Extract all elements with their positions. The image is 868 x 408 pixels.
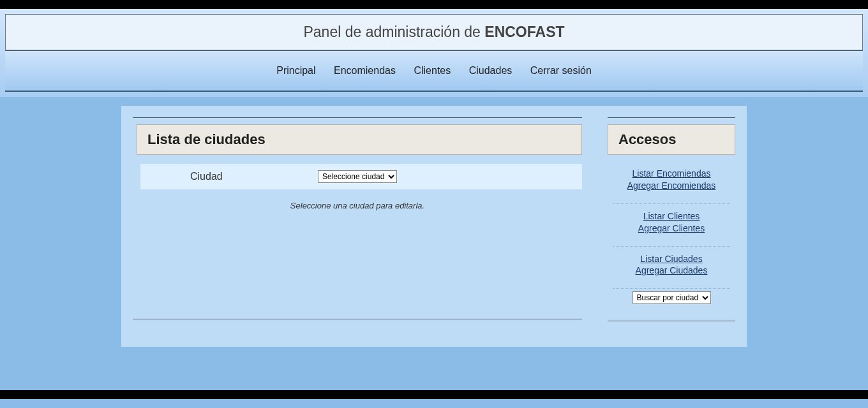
main-panel: Lista de ciudades Ciudad Seleccione ciud… [133, 113, 582, 328]
city-label: Ciudad [152, 171, 318, 182]
main-nav: Principal Encomiendas Clientes Ciudades … [5, 51, 863, 92]
title-box: Panel de administración de ENCOFAST [5, 14, 863, 50]
top-black-bar [0, 0, 868, 9]
content-container: Lista de ciudades Ciudad Seleccione ciud… [121, 106, 747, 347]
nav-encomiendas[interactable]: Encomiendas [334, 65, 396, 76]
nav-ciudades[interactable]: Ciudades [469, 65, 513, 76]
link-agregar-clientes[interactable]: Agregar Clientes [608, 222, 735, 235]
side-bottom-rule [608, 321, 735, 321]
hint-text: Seleccione una ciudad para editarla. [133, 201, 582, 210]
link-listar-ciudades[interactable]: Listar Ciudades [608, 253, 735, 265]
page-title: Panel de administración de ENCOFAST [6, 24, 862, 41]
link-listar-encomiendas[interactable]: Listar Encomiendas [608, 168, 735, 180]
bottom-black-bar [0, 390, 868, 399]
link-agregar-encomiendas[interactable]: Agregar Encomiendas [608, 180, 735, 192]
page-body: Lista de ciudades Ciudad Seleccione ciud… [0, 97, 868, 390]
title-brand: ENCOFAST [484, 24, 564, 40]
side-title: Accesos [608, 124, 735, 155]
links-group-3: Listar Ciudades Agregar Ciudades [608, 249, 735, 286]
main-bottom-rule [133, 319, 582, 319]
nav-cerrar-sesion[interactable]: Cerrar sesión [530, 65, 592, 76]
main-title: Lista de ciudades [137, 124, 582, 155]
side-search-wrap: Buscar por ciudad [608, 291, 735, 304]
link-agregar-ciudades[interactable]: Agregar Ciudades [608, 265, 735, 277]
header: Panel de administración de ENCOFAST Prin… [0, 9, 868, 97]
city-field: Seleccione ciudad [318, 170, 571, 183]
city-form-row: Ciudad Seleccione ciudad [140, 164, 582, 189]
nav-principal[interactable]: Principal [276, 65, 315, 76]
nav-clientes[interactable]: Clientes [414, 65, 451, 76]
side-divider-3 [613, 288, 730, 289]
search-city-select[interactable]: Buscar por ciudad [632, 291, 711, 304]
side-top-rule [608, 117, 735, 118]
side-panel: Accesos Listar Encomiendas Agregar Encom… [608, 113, 735, 328]
main-top-rule [133, 117, 582, 118]
title-prefix: Panel de administración de [303, 24, 484, 40]
links-group-1: Listar Encomiendas Agregar Encomiendas [608, 164, 735, 201]
side-divider-2 [613, 246, 730, 247]
links-group-2: Listar Clientes Agregar Clientes [608, 207, 735, 244]
side-divider-1 [613, 203, 730, 204]
link-listar-clientes[interactable]: Listar Clientes [608, 210, 735, 222]
city-select[interactable]: Seleccione ciudad [318, 170, 397, 183]
